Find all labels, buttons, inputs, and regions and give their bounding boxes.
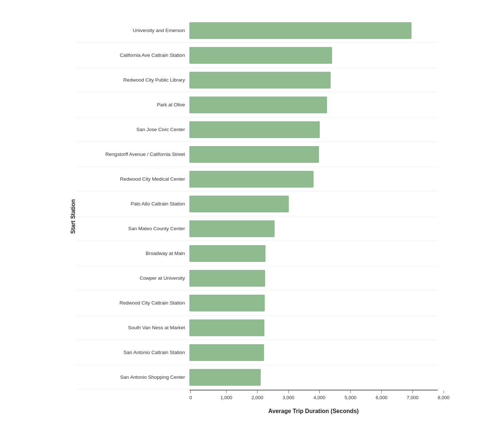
bar-label: Redwood City Public Library	[76, 77, 189, 83]
bar-label: San Jose Civic Center	[76, 126, 189, 133]
bar-row: San Jose Civic Center	[76, 117, 438, 142]
bar-row: Park at Olive	[76, 93, 438, 117]
bar-track	[189, 146, 438, 163]
bar-track	[189, 369, 438, 386]
bars-section: University and EmersonCalifornia Ave Cal…	[76, 18, 438, 390]
bar-fill	[189, 196, 289, 212]
bar-row: Palo Alto Caltrain Station	[76, 192, 438, 216]
x-axis-area: 01,0002,0003,0004,0005,0006,0007,0008,00…	[189, 390, 438, 415]
bar-track	[189, 97, 438, 113]
chart-area: Start Station University and EmersonCali…	[66, 18, 438, 415]
bar-label: Redwood City Medical Center	[76, 176, 189, 182]
x-tick: 2,000	[252, 390, 264, 400]
bar-fill	[189, 220, 275, 237]
bar-row: California Ave Caltrain Station	[76, 43, 438, 68]
x-tick: 1,000	[220, 390, 232, 400]
bar-track	[189, 171, 438, 188]
bar-fill	[189, 295, 265, 311]
chart-container: Start Station University and EmersonCali…	[52, 7, 452, 436]
bar-label: San Mateo County Center	[76, 225, 189, 232]
bar-fill	[189, 319, 264, 336]
x-tick-label: 0	[189, 395, 192, 400]
bar-fill	[189, 97, 327, 113]
bar-label: Redwood City Caltrain Station	[76, 300, 189, 306]
bar-track	[189, 196, 438, 212]
bar-row: Redwood City Medical Center	[76, 167, 438, 192]
x-tick-line	[226, 390, 227, 393]
x-tick-line	[444, 390, 444, 393]
bar-row: San Mateo County Center	[76, 216, 438, 241]
bar-fill	[189, 171, 314, 188]
bar-track	[189, 295, 438, 311]
bar-row: Redwood City Public Library	[76, 68, 438, 93]
x-tick: 3,000	[283, 390, 295, 400]
x-tick-label: 1,000	[220, 395, 232, 400]
bar-row: Broadway at Main	[76, 241, 438, 266]
bar-label: San Antonio Shopping Center	[76, 374, 189, 381]
x-tick-label: 4,000	[314, 395, 326, 400]
bar-label: South Van Ness at Market	[76, 325, 189, 331]
x-tick-label: 6,000	[376, 395, 388, 400]
bar-label: University and Emerson	[76, 27, 189, 34]
bar-label: San Antonio Caltrain Station	[76, 349, 189, 356]
bar-row: Redwood City Caltrain Station	[76, 291, 438, 315]
bar-fill	[189, 146, 319, 163]
bar-row: Cowper at University	[76, 266, 438, 291]
x-tick-label: 3,000	[283, 395, 295, 400]
bar-fill	[189, 270, 265, 287]
bar-track	[189, 121, 438, 138]
bar-fill	[189, 72, 331, 89]
bar-row: Rengstorff Avenue / California Street	[76, 142, 438, 167]
y-axis-label: Start Station	[66, 18, 76, 415]
bar-fill	[189, 369, 261, 386]
bar-fill	[189, 245, 265, 262]
x-tick: 4,000	[314, 390, 326, 400]
x-tick-label: 2,000	[252, 395, 264, 400]
bar-track	[189, 270, 438, 287]
bar-track	[189, 245, 438, 262]
bar-row: San Antonio Caltrain Station	[76, 340, 438, 365]
x-tick: 0	[189, 390, 192, 400]
x-tick-line	[413, 390, 413, 393]
bar-row: University and Emerson	[76, 18, 438, 43]
bar-track	[189, 47, 438, 64]
bar-label: Rengstorff Avenue / California Street	[76, 151, 189, 158]
x-axis-title: Average Trip Duration (Seconds)	[189, 408, 438, 415]
x-tick-label: 5,000	[344, 395, 357, 400]
bar-track	[189, 220, 438, 237]
x-tick-label: 8,000	[438, 395, 450, 400]
chart-inner: University and EmersonCalifornia Ave Cal…	[76, 18, 438, 415]
x-tick-label: 7,000	[407, 395, 419, 400]
bar-fill	[189, 22, 412, 39]
bar-label: Palo Alto Caltrain Station	[76, 201, 189, 207]
bar-fill	[189, 344, 264, 361]
x-tick-line	[190, 390, 191, 393]
x-ticks: 01,0002,0003,0004,0005,0006,0007,0008,00…	[189, 390, 438, 401]
x-tick: 7,000	[407, 390, 419, 400]
bar-row: San Antonio Shopping Center	[76, 365, 438, 390]
bar-label: Broadway at Main	[76, 250, 189, 257]
bar-fill	[189, 121, 320, 138]
bar-track	[189, 22, 438, 39]
x-tick: 6,000	[376, 390, 388, 400]
x-tick-line	[381, 390, 382, 393]
bar-fill	[189, 47, 332, 64]
bar-label: California Ave Caltrain Station	[76, 52, 189, 59]
bar-track	[189, 319, 438, 336]
bar-label: Cowper at University	[76, 275, 189, 282]
x-tick-line	[350, 390, 351, 393]
x-tick: 5,000	[344, 390, 357, 400]
bar-track	[189, 344, 438, 361]
x-tick-line	[288, 390, 289, 393]
x-tick-line	[257, 390, 257, 393]
x-tick-line	[319, 390, 320, 393]
bar-label: Park at Olive	[76, 102, 189, 108]
bar-row: South Van Ness at Market	[76, 315, 438, 340]
x-tick: 8,000	[438, 390, 450, 400]
bar-track	[189, 72, 438, 89]
